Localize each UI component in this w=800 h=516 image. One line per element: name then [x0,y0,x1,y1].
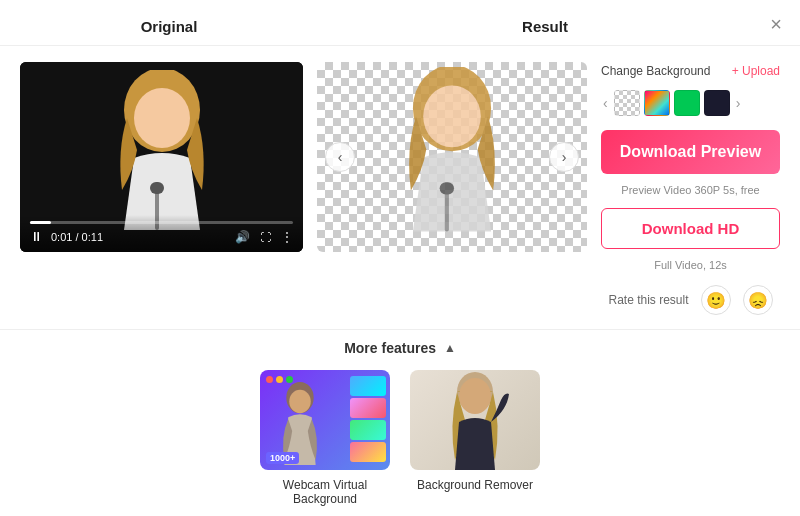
card2-person-svg [435,370,515,470]
header: Original Result × [0,0,800,46]
video-controls: ⏸ 0:01 / 0:11 🔊 ⛶ ⋮ [20,215,303,252]
close-button[interactable]: × [770,14,782,34]
bg-panels [350,376,386,462]
fullscreen-button[interactable]: ⛶ [260,230,271,244]
svg-rect-6 [445,190,449,231]
header-original-label: Original [24,18,314,35]
svg-point-5 [423,86,481,148]
rate-sad-button[interactable]: 😞 [743,285,773,315]
swatch-rainbow[interactable] [644,90,670,116]
feature-card-img-webcam: 1000+ [260,370,390,470]
header-result-label: Result [314,18,776,35]
swatch-transparent[interactable] [614,90,640,116]
change-bg-label: Change Background [601,64,710,78]
feature-card-label-webcam: Webcam Virtual Background [260,478,390,506]
swatch-dark[interactable] [704,90,730,116]
feature-card-webcam[interactable]: 1000+ Webcam Virtual Background [260,370,390,506]
result-next-button[interactable]: › [549,142,579,172]
more-features-label: More features [344,340,436,356]
color-swatches: ‹ › [601,90,780,116]
time-display: 0:01 / 0:11 [51,231,227,243]
swatch-next-button[interactable]: › [734,95,743,111]
download-hd-button[interactable]: Download HD [601,208,780,249]
feature-badge-webcam: 1000+ [266,452,299,464]
svg-point-11 [459,378,491,414]
hd-sub-text: Full Video, 12s [601,259,780,271]
feature-cards: 1000+ Webcam Virtual Background [20,370,780,506]
card2-bg [410,370,540,470]
more-features-header: More features ▲ [20,340,780,356]
checkered-bg: ‹ › [317,62,587,252]
ctrl-icons: 🔊 ⛶ ⋮ [235,230,293,244]
preview-sub-text: Preview Video 360P 5s, free [601,184,780,196]
pause-button[interactable]: ⏸ [30,229,43,244]
feature-card-label-bg-remover: Background Remover [417,478,533,492]
result-panel: ‹ › [317,62,587,252]
svg-rect-7 [440,182,454,194]
progress-bar-bg[interactable] [30,221,293,224]
result-prev-button[interactable]: ‹ [325,142,355,172]
rate-label: Rate this result [608,293,688,307]
feature-card-img-bg-remover [410,370,540,470]
download-preview-button[interactable]: Download Preview [601,130,780,174]
svg-point-9 [289,390,311,413]
svg-rect-3 [150,182,164,194]
more-features-section: More features ▲ [0,330,800,516]
controls-row: ⏸ 0:01 / 0:11 🔊 ⛶ ⋮ [30,229,293,244]
more-button[interactable]: ⋮ [281,230,293,244]
main-content: ⏸ 0:01 / 0:11 🔊 ⛶ ⋮ [0,46,800,315]
result-singer-svg [372,67,532,247]
swatch-prev-button[interactable]: ‹ [601,95,610,111]
rate-happy-button[interactable]: 🙂 [701,285,731,315]
collapse-icon[interactable]: ▲ [444,341,456,355]
upload-link[interactable]: + Upload [732,64,780,78]
rate-row: Rate this result 🙂 😞 [601,285,780,315]
header-titles: Original Result [24,18,776,35]
volume-button[interactable]: 🔊 [235,230,250,244]
progress-bar-fill [30,221,51,224]
feature-card-bg-remover[interactable]: Background Remover [410,370,540,506]
video-panel: ⏸ 0:01 / 0:11 🔊 ⛶ ⋮ [20,62,303,252]
right-panel: Change Background + Upload ‹ › Download … [601,62,780,315]
modal-container: Original Result × [0,0,800,516]
bg-change-row: Change Background + Upload [601,64,780,78]
swatch-green[interactable] [674,90,700,116]
svg-point-1 [134,88,190,148]
